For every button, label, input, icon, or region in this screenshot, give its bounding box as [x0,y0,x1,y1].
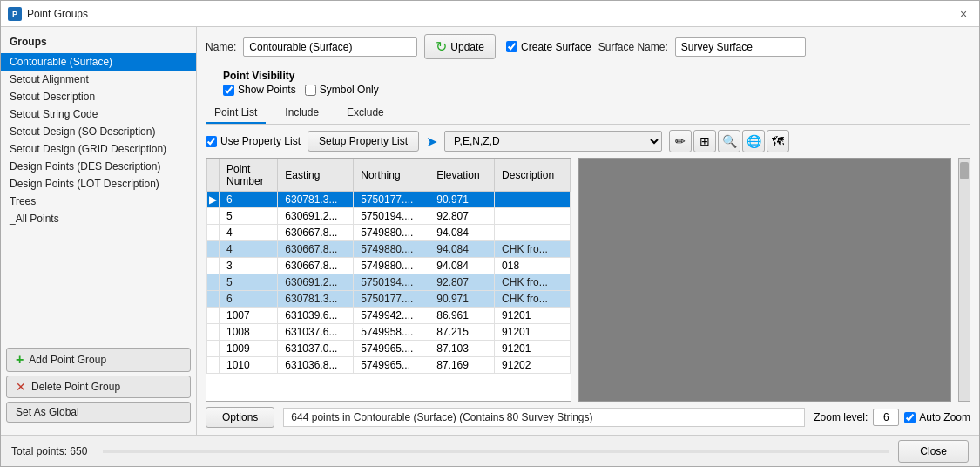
table-row[interactable]: 3630667.8...5749880....94.084018 [207,258,571,274]
row-description [495,208,571,225]
row-arrow [207,341,220,357]
table-container[interactable]: PointNumber Easting Northing Elevation D… [206,158,571,402]
row-description: 91201 [495,341,571,357]
delete-icon: ✕ [16,380,26,394]
property-select[interactable]: P,E,N,Z,DP,E,N,ZP,N,E,Z,D [444,131,662,152]
tab-exclude[interactable]: Exclude [338,103,393,124]
sidebar-item-trees[interactable]: Trees [1,193,196,210]
options-button[interactable]: Options [206,407,274,428]
use-property-checkbox[interactable] [206,136,217,147]
sidebar-item-setout-alignment[interactable]: Setout Alignment [1,71,196,88]
create-surface-checkbox[interactable] [506,41,517,52]
col-point-number: PointNumber [220,159,278,192]
map-area [578,158,951,402]
table-row[interactable]: ▶6630781.3...5750177....90.971 [207,192,571,208]
row-easting: 630691.2... [278,274,354,291]
sidebar-item-setout-string-code[interactable]: Setout String Code [1,105,196,123]
scrollbar[interactable] [958,158,970,402]
use-property-list-check: Use Property List [206,135,301,147]
row-elevation: 94.084 [429,225,495,241]
arrow-icon[interactable]: ➤ [426,133,437,150]
sidebar-item-setout-design-so[interactable]: Setout Design (SO Description) [1,123,196,140]
zoom-input[interactable] [873,409,899,426]
symbol-only-checkbox[interactable] [305,85,316,96]
sidebar-actions: + Add Point Group ✕ Delete Point Group S… [1,342,196,428]
table-row[interactable]: 1009631037.0...5749965....87.10391201 [207,341,571,357]
surface-name-input[interactable] [675,37,806,57]
table-row[interactable]: 4630667.8...5749880....94.084 [207,225,571,241]
row-arrow [207,274,220,291]
use-property-label: Use Property List [220,135,301,147]
row-num: 4 [220,241,278,258]
row-arrow [207,357,220,374]
delete-point-group-button[interactable]: ✕ Delete Point Group [6,376,191,398]
sidebar-item-setout-description[interactable]: Setout Description [1,88,196,105]
row-northing: 5749880.... [354,241,429,258]
sidebar-item-design-points-des[interactable]: Design Points (DES Description) [1,158,196,175]
set-as-global-button[interactable]: Set As Global [6,402,191,423]
table-row[interactable]: 1010631036.8...5749965...87.16991202 [207,357,571,374]
main-content: Groups Contourable (Surface)Setout Align… [1,27,979,435]
show-points-checkbox[interactable] [223,85,234,96]
row-arrow [207,241,220,258]
pencil-button[interactable]: ✏ [669,130,692,152]
row-arrow [207,225,220,241]
close-button[interactable]: Close [898,440,969,463]
auto-zoom-checkbox[interactable] [904,412,916,423]
point-visibility-section: Point Visibility Show Points Symbol Only [223,70,379,96]
show-points-check: Show Points [223,84,296,96]
row-elevation: 92.807 [429,274,495,291]
name-input[interactable] [243,37,417,57]
col-elevation: Elevation [429,159,495,192]
globe2-button[interactable]: 🗺 [767,130,789,152]
setup-property-list-button[interactable]: Setup Property List [308,131,419,152]
table-row[interactable]: 4630667.8...5749880....94.084CHK fro... [207,241,571,258]
col-arrow [207,159,220,192]
options-label: Options [222,411,258,423]
row-elevation: 90.971 [429,192,495,208]
right-panel: Name: ↻ Update Create Surface Surface Na… [197,27,979,435]
add-point-group-button[interactable]: + Add Point Group [6,348,191,372]
grid-button[interactable]: ⊞ [693,130,716,152]
sidebar-item-design-points-lot[interactable]: Design Points (LOT Description) [1,175,196,193]
row-northing: 5749942.... [354,308,429,324]
sidebar-item-setout-design-grid[interactable]: Setout Design (GRID Description) [1,140,196,158]
row-arrow [207,291,220,308]
row-easting: 630781.3... [278,192,354,208]
tabs-row: Point List Include Exclude [206,103,970,125]
row-easting: 630781.3... [278,291,354,308]
row-description [495,225,571,241]
globe-button[interactable]: 🌐 [742,130,765,152]
row-elevation: 94.084 [429,241,495,258]
add-icon: + [16,352,24,368]
scrollbar-thumb [960,162,969,179]
top-bar: Name: ↻ Update Create Surface Surface Na… [206,34,970,96]
window-close-button[interactable]: × [955,5,972,23]
tab-include[interactable]: Include [276,103,328,124]
create-surface-check: Create Surface [506,41,591,53]
setup-property-label: Setup Property List [319,135,408,147]
table-row[interactable]: 5630691.2...5750194....92.807 [207,208,571,225]
sidebar-item-contourable[interactable]: Contourable (Surface) [1,53,196,71]
title-bar: P Point Groups × [1,1,979,27]
row-elevation: 87.215 [429,324,495,341]
table-row[interactable]: 1007631039.6...5749942....86.96191201 [207,308,571,324]
pv-options: Show Points Symbol Only [223,84,379,96]
update-button[interactable]: ↻ Update [424,34,496,59]
groups-title: Groups [1,34,196,53]
row-easting: 630667.8... [278,258,354,274]
row-elevation: 94.084 [429,258,495,274]
toolbar-icons: ✏ ⊞ 🔍 🌐 🗺 [669,130,789,152]
tab-point-list[interactable]: Point List [206,103,266,124]
update-icon: ↻ [436,38,447,55]
search-button[interactable]: 🔍 [718,130,740,152]
name-row: Name: ↻ Update [206,34,496,59]
row-arrow [207,208,220,225]
table-row[interactable]: 6630781.3...5750177....90.971CHK fro... [207,291,571,308]
table-row[interactable]: 5630691.2...5750194....92.807CHK fro... [207,274,571,291]
auto-zoom-label: Auto Zoom [919,411,970,423]
sidebar-item-all-points[interactable]: _All Points [1,210,196,227]
row-arrow [207,308,220,324]
table-row[interactable]: 1008631037.6...5749958....87.21591201 [207,324,571,341]
row-northing: 5750177.... [354,291,429,308]
